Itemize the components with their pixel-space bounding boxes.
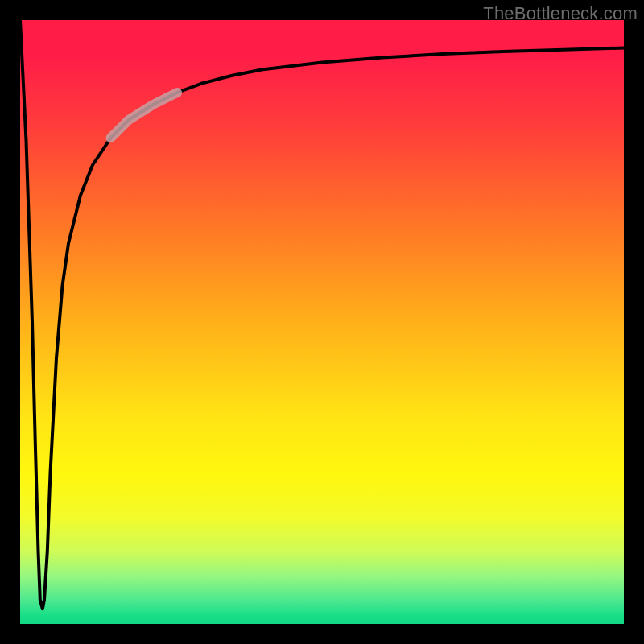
curve-highlight [111, 93, 178, 138]
chart-frame: TheBottleneck.com [0, 0, 644, 644]
bottleneck-curve [20, 20, 624, 624]
plot-area [20, 20, 624, 624]
watermark-text: TheBottleneck.com [483, 3, 638, 24]
curve-path [20, 20, 624, 609]
